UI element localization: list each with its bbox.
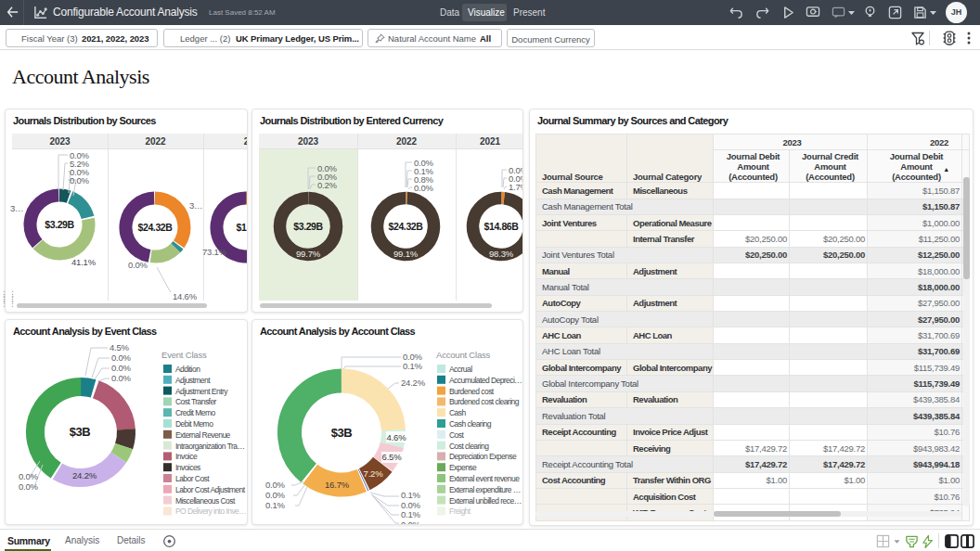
svg-text:Debit Memo: Debit Memo [175, 419, 213, 429]
svg-text:Adjustment Entry: Adjustment Entry [175, 387, 228, 396]
svg-text:Burdened cost: Burdened cost [449, 387, 495, 396]
svg-text:0.0%: 0.0% [111, 373, 132, 383]
svg-text:98.3%: 98.3% [489, 249, 514, 259]
svg-text:$14.86B: $14.86B [484, 221, 520, 232]
svg-text:Accrual: Accrual [449, 365, 472, 374]
svg-text:0.2%: 0.2% [317, 180, 338, 190]
svg-text:External Revenue: External Revenue [175, 430, 231, 440]
svg-text:1.7%: 1.7% [509, 182, 523, 192]
svg-text:0.0%: 0.0% [401, 500, 421, 510]
svg-text:Labor Cost: Labor Cost [175, 474, 210, 483]
svg-text:0.0%: 0.0% [111, 363, 132, 373]
svg-text:0.0%: 0.0% [128, 260, 148, 270]
svg-text:Cost Transfer: Cost Transfer [175, 397, 217, 406]
svg-text:$24.32B: $24.32B [138, 222, 174, 233]
svg-text:Cost: Cost [449, 430, 464, 440]
svg-text:External unbilled rece…: External unbilled rece… [449, 496, 522, 506]
svg-text:14.6%: 14.6% [173, 291, 198, 301]
svg-text:Miscellaneous Cost: Miscellaneous Cost [175, 496, 236, 506]
svg-text:Invoices: Invoices [175, 463, 200, 472]
svg-text:Cash clearing: Cash clearing [449, 419, 492, 429]
svg-text:0.0%: 0.0% [401, 519, 421, 525]
svg-text:$3.29B: $3.29B [45, 219, 74, 230]
svg-text:Intraorganization Tra…: Intraorganization Tra… [175, 442, 244, 451]
svg-text:0.0%: 0.0% [265, 480, 286, 490]
svg-text:0.0%: 0.0% [414, 183, 434, 193]
svg-text:$3.29B: $3.29B [293, 221, 323, 232]
svg-text:Expense: Expense [449, 463, 477, 472]
svg-text:Account Class: Account Class [436, 350, 491, 360]
svg-text:3…: 3… [10, 203, 23, 213]
svg-text:99.1%: 99.1% [393, 249, 419, 259]
svg-text:0.0%: 0.0% [19, 471, 39, 481]
svg-text:0.0%: 0.0% [111, 352, 132, 363]
svg-text:24.2%: 24.2% [72, 470, 97, 481]
svg-text:Event Class: Event Class [161, 350, 207, 360]
svg-text:Freight: Freight [449, 506, 471, 516]
svg-text:Adjustment: Adjustment [175, 376, 211, 385]
svg-text:0.1%: 0.1% [403, 361, 423, 371]
svg-text:Accumulated Depreci…: Accumulated Depreci… [449, 376, 522, 385]
svg-text:0.1%: 0.1% [265, 500, 286, 510]
svg-text:External expenditure …: External expenditure … [449, 485, 521, 494]
svg-text:Cost clearing: Cost clearing [449, 442, 489, 451]
svg-text:Labor Cost Adjustment: Labor Cost Adjustment [175, 485, 246, 494]
svg-text:$3B: $3B [331, 426, 353, 440]
svg-text:$3B: $3B [70, 425, 91, 439]
svg-text:0.0%: 0.0% [265, 490, 286, 500]
svg-text:0.0%: 0.0% [70, 175, 90, 186]
svg-text:Invoice: Invoice [175, 452, 198, 461]
svg-text:73.1%: 73.1% [202, 247, 227, 257]
svg-text:4.6%: 4.6% [387, 432, 407, 442]
svg-text:6.5%: 6.5% [382, 452, 403, 462]
svg-text:Cash: Cash [449, 408, 466, 417]
svg-text:24.2%: 24.2% [401, 378, 426, 388]
svg-text:41.1%: 41.1% [71, 257, 97, 267]
svg-text:Burdened cost clearing: Burdened cost clearing [449, 397, 520, 406]
svg-text:0.0%: 0.0% [19, 481, 39, 492]
svg-text:Credit Memo: Credit Memo [175, 408, 215, 417]
svg-text:Addition: Addition [175, 365, 200, 374]
svg-text:99.7%: 99.7% [296, 249, 321, 259]
svg-text:0.1%: 0.1% [401, 509, 421, 519]
svg-text:0.1%: 0.1% [401, 490, 421, 500]
svg-text:PO Delivery into Inve…: PO Delivery into Inve… [175, 506, 246, 516]
svg-text:$1…: $1… [237, 222, 248, 233]
svg-text:$24.32B: $24.32B [389, 221, 424, 232]
svg-text:External event revenue: External event revenue [449, 474, 520, 483]
svg-text:Depreciation Expense: Depreciation Expense [449, 452, 517, 461]
svg-text:4.5%: 4.5% [110, 342, 130, 352]
svg-text:3…: 3… [189, 200, 202, 211]
svg-text:16.7%: 16.7% [325, 480, 350, 490]
svg-text:7.2%: 7.2% [364, 468, 384, 479]
